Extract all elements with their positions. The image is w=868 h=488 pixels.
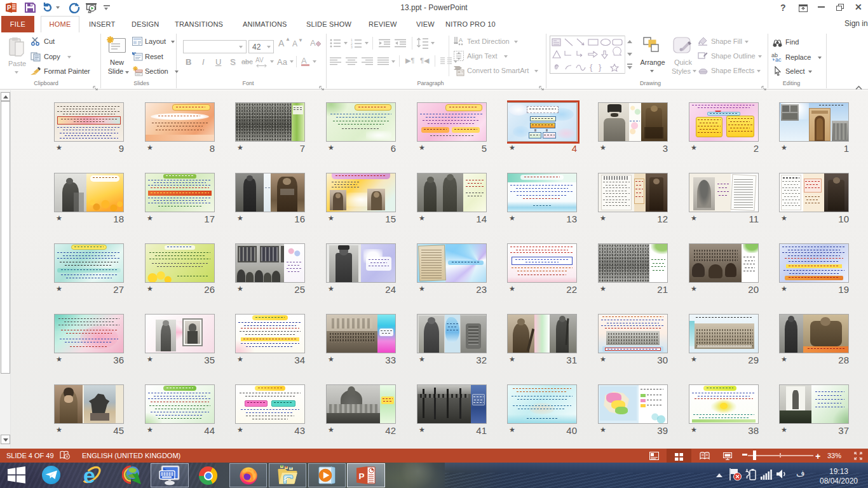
- svg-text:A: A: [459, 37, 463, 43]
- svg-text:}: }: [599, 62, 602, 72]
- svg-text:A: A: [310, 38, 316, 48]
- svg-text:P: P: [7, 4, 11, 11]
- svg-text:{: {: [590, 62, 593, 72]
- svg-text:e: e: [83, 464, 95, 486]
- svg-text:P: P: [359, 471, 365, 481]
- svg-text:3: 3: [351, 45, 353, 48]
- svg-text:ac: ac: [775, 57, 782, 62]
